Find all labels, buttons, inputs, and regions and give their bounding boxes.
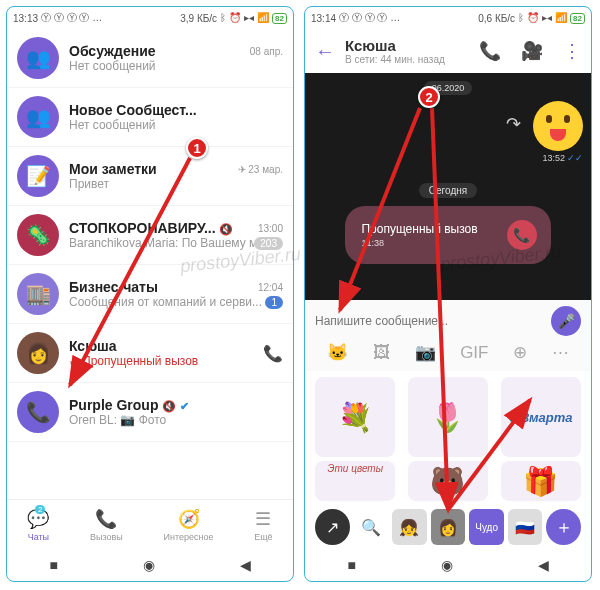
- call-icon[interactable]: 📞: [479, 40, 501, 62]
- nav-badge: 2: [35, 505, 45, 514]
- avatar: 👩: [17, 332, 59, 374]
- camera-tool-icon[interactable]: 📷: [415, 342, 436, 363]
- chat-time: 12:04: [258, 282, 283, 293]
- battery-indicator: 82: [272, 13, 287, 24]
- video-call-icon[interactable]: 🎥: [521, 40, 543, 62]
- back-icon[interactable]: ←: [315, 40, 335, 63]
- unread-badge: 1: [265, 296, 283, 309]
- nav-calls[interactable]: 📞 Вызовы: [90, 508, 123, 542]
- phone-right: 13:14 Ⓨ Ⓨ Ⓨ Ⓨ … 0,6 КБ/с ᛒ ⏰ ▸◂ 📶 82 ← К…: [304, 6, 592, 582]
- chat-title: Purple Group 🔇 ✔: [69, 397, 189, 413]
- menu-dots-icon[interactable]: ⋮: [563, 40, 581, 62]
- sticker-item[interactable]: 🐻: [408, 461, 488, 501]
- home-button[interactable]: ◉: [441, 557, 453, 573]
- system-nav: ■ ◉ ◀: [7, 549, 293, 581]
- chat-row[interactable]: 👥 Обсуждение 08 апр. Нет сообщений: [7, 29, 293, 88]
- wifi-icon: ▸◂: [244, 13, 254, 23]
- gallery-tool-icon[interactable]: 🖼: [373, 343, 390, 363]
- wifi-icon: ▸◂: [542, 13, 552, 23]
- signal-icon: 📶: [257, 13, 269, 23]
- share-button[interactable]: ↗: [315, 509, 350, 545]
- chat-title[interactable]: Ксюша: [345, 37, 459, 54]
- sticker-tool-icon[interactable]: 🐱: [327, 342, 348, 363]
- sticker-panel: 💐 🌷 С 8марта Эти цветы 🐻 🎁 ↗ 🔍 👧 👩 Чудо …: [305, 371, 591, 549]
- avatar: 🏬: [17, 273, 59, 315]
- missed-call-card[interactable]: Пропущенный вызов 11:38 📞: [345, 206, 550, 264]
- chat-title: Мои заметки: [69, 161, 157, 177]
- bluetooth-icon: ᛒ: [518, 13, 524, 23]
- alarm-icon: ⏰: [527, 13, 539, 23]
- nav-explore[interactable]: 🧭 Интересное: [164, 508, 214, 542]
- chat-subtitle: Привет: [69, 177, 283, 191]
- chat-row[interactable]: 📞 Purple Group 🔇 ✔ Oren BL: 📷 Фото: [7, 383, 293, 442]
- alarm-icon: ⏰: [229, 13, 241, 23]
- nav-label: Чаты: [28, 532, 49, 542]
- chat-row[interactable]: 👩 Ксюша ↙ Пропущенный вызов 📞: [7, 324, 293, 383]
- chat-subtitle: ↙ Пропущенный вызов: [69, 354, 249, 368]
- sticker-pack-active[interactable]: 👩: [431, 509, 466, 545]
- add-stickers-button[interactable]: ＋: [546, 509, 581, 545]
- read-ticks-icon: ✓✓: [567, 153, 583, 163]
- chat-time: ✈ 23 мар.: [238, 164, 283, 175]
- avatar: 👥: [17, 96, 59, 138]
- message-time: 13:52 ✓✓: [542, 153, 583, 163]
- nav-chats[interactable]: 💬 2 Чаты: [27, 508, 49, 542]
- muted-icon: 🔇: [162, 400, 176, 412]
- search-stickers-icon[interactable]: 🔍: [354, 509, 389, 545]
- attach-tool-icon[interactable]: ⊕: [513, 342, 527, 363]
- sticker-item[interactable]: Эти цветы: [315, 461, 395, 501]
- sticker-pack[interactable]: 👧: [392, 509, 427, 545]
- missed-call-time: 11:38: [361, 238, 496, 248]
- nav-label: Ещё: [254, 532, 272, 542]
- chat-row[interactable]: 🏬 Бизнес-чаты 12:04 Сообщения от компани…: [7, 265, 293, 324]
- data-rate: 0,6 КБ/с: [478, 13, 515, 24]
- chat-list: 👥 Обсуждение 08 апр. Нет сообщений 👥 Нов…: [7, 29, 293, 499]
- call-icon[interactable]: 📞: [263, 344, 283, 363]
- bluetooth-icon: ᛒ: [220, 13, 226, 23]
- chat-title: Новое Сообщест...: [69, 102, 197, 118]
- callback-button[interactable]: 📞: [507, 220, 537, 250]
- compass-icon: 🧭: [178, 508, 200, 530]
- chat-subtitle: Baranchikova Maria: По Вашему мнению, до…: [69, 236, 254, 250]
- chat-body[interactable]: 06.2020 ↷ 13:52 ✓✓ Сегодня Пропущенный в…: [305, 73, 591, 300]
- more-tool-icon[interactable]: ⋯: [552, 342, 569, 363]
- sticker-item[interactable]: 💐: [315, 377, 395, 457]
- sticker-pack[interactable]: 🇷🇺: [508, 509, 543, 545]
- mic-button[interactable]: 🎤: [551, 306, 581, 336]
- home-button[interactable]: ◉: [143, 557, 155, 573]
- message-input[interactable]: [315, 314, 545, 328]
- sticker-pack[interactable]: Чудо: [469, 509, 504, 545]
- sticker-item[interactable]: 🌷: [408, 377, 488, 457]
- sticker-item[interactable]: С 8марта: [501, 377, 581, 457]
- sticker-item[interactable]: 🎁: [501, 461, 581, 501]
- nav-label: Вызовы: [90, 532, 123, 542]
- recent-apps-button[interactable]: ■: [49, 557, 57, 573]
- status-bar: 13:13 Ⓨ Ⓨ Ⓨ Ⓨ … 3,9 КБ/с ᛒ ⏰ ▸◂ 📶 82: [7, 7, 293, 29]
- chat-row[interactable]: 👥 Новое Сообщест... Нет сообщений: [7, 88, 293, 147]
- menu-icon: ☰: [255, 508, 271, 530]
- chat-title: Обсуждение: [69, 43, 156, 59]
- back-button[interactable]: ◀: [240, 557, 251, 573]
- system-nav: ■ ◉ ◀: [305, 549, 591, 581]
- chat-header: ← Ксюша В сети: 44 мин. назад 📞 🎥 ⋮: [305, 29, 591, 73]
- avatar: 👥: [17, 37, 59, 79]
- gif-tool-icon[interactable]: GIF: [460, 343, 488, 363]
- muted-icon: 🔇: [219, 223, 233, 235]
- sticker-tray: ↗ 🔍 👧 👩 Чудо 🇷🇺 ＋: [309, 505, 587, 549]
- chat-time: 08 апр.: [250, 46, 283, 57]
- nav-more[interactable]: ☰ Ещё: [254, 508, 272, 542]
- back-button[interactable]: ◀: [538, 557, 549, 573]
- chat-subtitle: Oren BL: 📷 Фото: [69, 413, 283, 427]
- status-time: 13:13: [13, 13, 38, 24]
- chat-subtitle: Нет сообщений: [69, 118, 283, 132]
- recent-apps-button[interactable]: ■: [347, 557, 355, 573]
- chat-row[interactable]: 📝 Мои заметки ✈ 23 мар. Привет: [7, 147, 293, 206]
- annotation-marker-2: 2: [418, 86, 440, 108]
- sticker-message[interactable]: 13:52 ✓✓: [533, 101, 583, 163]
- share-icon[interactable]: ↷: [506, 113, 521, 135]
- chat-time: 13:00: [258, 223, 283, 234]
- compose-bar: 🎤 🐱 🖼 📷 GIF ⊕ ⋯: [305, 300, 591, 371]
- avatar: 🦠: [17, 214, 59, 256]
- chat-row[interactable]: 🦠 СТОПКОРОНАВИРУ... 🔇 13:00 Baranchikova…: [7, 206, 293, 265]
- avatar: 📞: [17, 391, 59, 433]
